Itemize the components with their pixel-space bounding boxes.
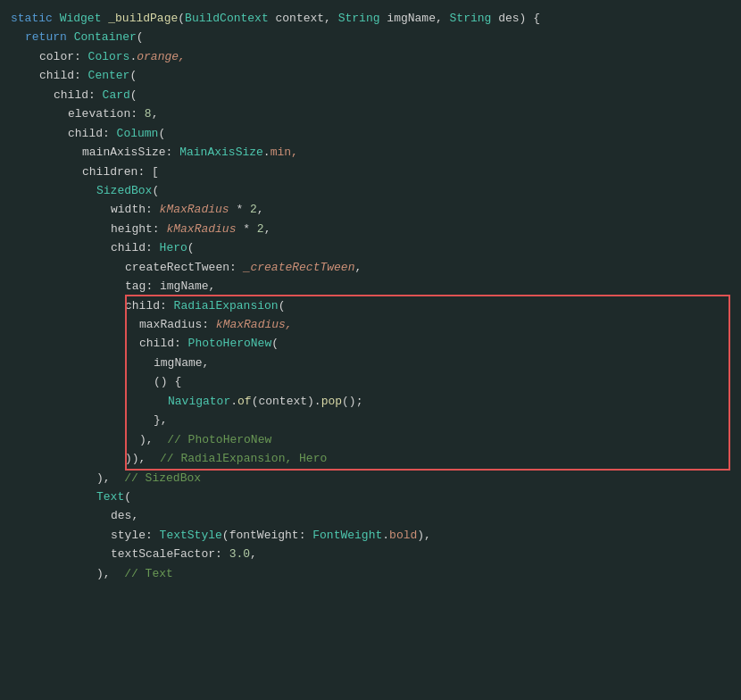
code-token: ( xyxy=(271,334,279,353)
code-editor: static Widget _buildPage(BuildContext co… xyxy=(0,0,741,592)
code-line-5: elevation: 8, xyxy=(0,104,741,123)
code-token: )), xyxy=(125,449,160,468)
code-token: ( xyxy=(137,28,144,46)
code-token: . xyxy=(263,143,271,162)
code-token: Text xyxy=(96,488,124,506)
code-token: ( xyxy=(279,296,286,315)
code-token: kMaxRadius xyxy=(166,220,236,238)
code-line-10: width: kMaxRadius * 2, xyxy=(0,200,741,219)
code-token: tag: imgName, xyxy=(125,277,215,296)
code-token: TextStyle xyxy=(160,526,222,545)
code-token: imgName, xyxy=(380,9,450,28)
code-token: kMaxRadius xyxy=(160,200,229,219)
code-line-19: () { xyxy=(0,372,741,391)
code-token xyxy=(53,9,60,28)
code-line-4: child: Card( xyxy=(0,86,741,104)
code-token: color: xyxy=(39,47,88,66)
code-line-18: imgName, xyxy=(0,354,741,372)
code-token: Navigator xyxy=(168,392,230,411)
code-token: // SizedBox xyxy=(124,469,201,488)
code-token: . xyxy=(129,47,137,66)
code-token: String xyxy=(450,9,492,28)
code-token: child: xyxy=(111,238,160,257)
code-token: child: xyxy=(125,296,174,315)
code-token: , xyxy=(250,545,257,563)
code-line-3: child: Center( xyxy=(0,66,741,85)
code-token: 3.0 xyxy=(229,545,250,563)
code-token: mainAxisSize: xyxy=(82,143,179,162)
code-token: MainAxisSize xyxy=(179,143,263,162)
code-token: BuildContext xyxy=(185,9,269,28)
code-token: _createRectTween xyxy=(244,258,355,277)
code-token: ), xyxy=(96,469,124,488)
code-line-17: child: PhotoHeroNew( xyxy=(0,334,741,353)
code-token: elevation: xyxy=(68,104,145,123)
code-line-24: ), // SizedBox xyxy=(0,469,741,488)
code-line-0: static Widget _buildPage(BuildContext co… xyxy=(0,9,741,28)
code-token: context, xyxy=(269,9,338,28)
code-token: Colors xyxy=(88,47,130,66)
code-token: Column xyxy=(117,124,159,143)
code-content: static Widget _buildPage(BuildContext co… xyxy=(0,0,741,592)
code-token: child: xyxy=(68,124,117,143)
code-token: String xyxy=(338,9,380,28)
code-token: (fontWeight: xyxy=(222,526,312,545)
code-token: children: [ xyxy=(82,162,159,181)
code-token: (); xyxy=(342,392,362,411)
code-line-26: des, xyxy=(0,506,741,525)
code-token: Center xyxy=(88,66,130,85)
code-token: }, xyxy=(154,411,168,429)
code-line-6: child: Column( xyxy=(0,124,741,143)
code-token: des, xyxy=(111,506,138,525)
code-line-28: textScaleFactor: 3.0, xyxy=(0,545,741,563)
code-token: . xyxy=(230,392,237,411)
code-line-20: Navigator.of(context).pop(); xyxy=(0,392,741,411)
code-token: child: xyxy=(54,86,103,104)
code-token: * xyxy=(236,220,256,238)
code-token: (context). xyxy=(252,392,321,411)
code-token: 2 xyxy=(250,200,257,219)
code-token: 2 xyxy=(257,220,264,238)
code-token: kMaxRadius, xyxy=(216,315,293,334)
code-token: Card xyxy=(103,86,130,104)
code-token: ( xyxy=(130,86,137,104)
code-token: bold xyxy=(389,526,417,545)
code-token: width: xyxy=(111,200,160,219)
code-line-22: ), // PhotoHeroNew xyxy=(0,430,741,449)
code-token xyxy=(67,28,74,46)
code-token: // RadialExpansion, Hero xyxy=(160,449,327,468)
code-token: ), xyxy=(417,526,431,545)
code-line-11: height: kMaxRadius * 2, xyxy=(0,220,741,238)
code-token: orange, xyxy=(137,47,186,66)
code-token: SizedBox xyxy=(96,181,152,200)
code-line-25: Text( xyxy=(0,488,741,506)
code-token: ( xyxy=(124,488,131,506)
code-line-15: child: RadialExpansion( xyxy=(0,296,741,315)
code-line-9: SizedBox( xyxy=(0,181,741,200)
code-token: ( xyxy=(152,181,159,200)
code-token: PhotoHeroNew xyxy=(188,334,272,353)
code-token: of xyxy=(237,392,252,411)
code-token: () { xyxy=(154,372,181,391)
code-token: createRectTween: xyxy=(125,258,244,277)
code-token: child: xyxy=(39,66,88,85)
code-line-14: tag: imgName, xyxy=(0,277,741,296)
code-token: ( xyxy=(187,238,195,257)
code-token: Container xyxy=(74,28,137,46)
code-token: Hero xyxy=(160,238,187,257)
code-token: RadialExpansion xyxy=(174,296,279,315)
code-line-12: child: Hero( xyxy=(0,238,741,257)
code-token: * xyxy=(229,200,250,219)
code-token: ( xyxy=(129,66,137,85)
code-token: static xyxy=(11,9,53,28)
code-token: FontWeight xyxy=(312,526,382,545)
code-line-2: color: Colors.orange, xyxy=(0,47,741,66)
code-line-13: createRectTween: _createRectTween, xyxy=(0,258,741,277)
code-token: , xyxy=(354,258,362,277)
code-token: min, xyxy=(271,143,298,162)
code-line-16: maxRadius: kMaxRadius, xyxy=(0,315,741,334)
code-token: height: xyxy=(111,220,166,238)
code-token: _buildPage xyxy=(108,9,178,28)
code-token: imgName, xyxy=(154,354,209,372)
code-line-27: style: TextStyle(fontWeight: FontWeight.… xyxy=(0,526,741,545)
